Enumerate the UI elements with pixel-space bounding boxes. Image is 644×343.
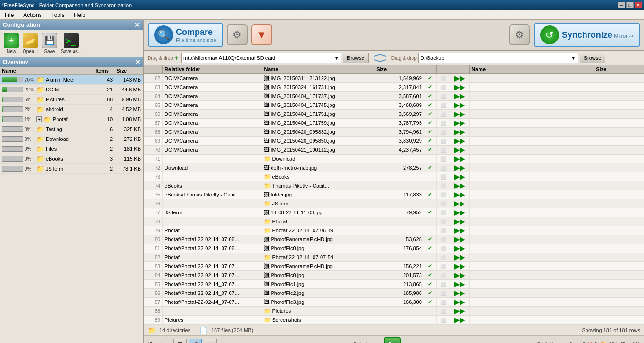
row-checkbox[interactable] — [424, 181, 436, 190]
table-row[interactable]: 64 DCIM\Camera 🖼IMG_20150404_171737.jpg … — [144, 92, 644, 101]
row-checkbox[interactable]: ✔ — [424, 74, 436, 83]
left-path-input[interactable]: mtp:\Micromax A110Q\External SD card ▼ — [181, 53, 341, 63]
table-row[interactable]: 65 DCIM\Camera 🖼IMG_20150404_171745.jpg … — [144, 101, 644, 110]
row-checkbox[interactable]: ✔ — [424, 262, 436, 271]
row-checkbox[interactable]: ✔ — [424, 110, 436, 119]
col-header-size-right[interactable]: Size — [594, 65, 644, 74]
menu-actions[interactable]: Actions — [20, 11, 44, 19]
row-checkbox[interactable] — [424, 226, 436, 235]
table-row[interactable]: 86 Photaf\Photaf-22-02-14_07-07... 🖼Phot… — [144, 289, 644, 298]
row-checkbox[interactable] — [424, 172, 436, 181]
table-row[interactable]: 78 📁Photaf ⬜ ▶▶ — [144, 217, 644, 226]
table-row[interactable]: 88 📁Pictures ⬜ ▶▶ — [144, 307, 644, 316]
overview-col-size[interactable]: Size — [115, 67, 143, 75]
view-grid-button[interactable]: ⊞ — [173, 339, 187, 343]
row-checkbox[interactable]: ✔ — [424, 190, 436, 199]
row-checkbox[interactable] — [424, 253, 436, 262]
table-row[interactable]: 62 DCIM\Camera 🖼IMG_20150311_213122.jpg … — [144, 74, 644, 83]
overview-list-item[interactable]: 0% 📁 Files 2 181 KB — [0, 144, 143, 154]
close-button[interactable]: ✕ — [635, 2, 642, 8]
col-header-size[interactable]: Size — [374, 65, 424, 74]
synchronize-button[interactable]: ↺ Synchronize Mirror -> — [534, 23, 640, 47]
row-checkbox[interactable]: ✔ — [424, 280, 436, 289]
select-view-button[interactable]: ▶ — [384, 337, 401, 343]
menu-help[interactable]: Help — [71, 11, 89, 19]
overview-close-button[interactable]: ✕ — [135, 59, 140, 65]
table-row[interactable]: 79 Photaf 📁Photaf-22-02-14_07-06-19 ⬜ ▶▶ — [144, 226, 644, 235]
table-row[interactable]: 68 DCIM\Camera 🖼IMG_20150420_095832.jpg … — [144, 128, 644, 137]
row-checkbox[interactable]: ✔ — [424, 289, 436, 298]
col-header-name[interactable]: Name — [262, 65, 374, 74]
overview-col-name[interactable]: Name — [0, 67, 93, 75]
overview-list-item[interactable]: 70% 📁 Alumni Meet 43 143 MB — [0, 75, 143, 85]
right-browse-button[interactable]: Browse — [580, 53, 606, 63]
table-row[interactable]: 74 eBooks 📁Thomas Piketty - Capit... ⬜ ▶… — [144, 181, 644, 190]
sync-settings-button[interactable]: ⚙ — [509, 24, 530, 45]
swap-arrows-button[interactable] — [372, 53, 388, 63]
row-checkbox[interactable]: ✔ — [424, 271, 436, 280]
col-header-rel-folder[interactable]: Relative folder — [163, 65, 262, 74]
save-button[interactable]: 💾 Save — [41, 32, 58, 55]
maximize-button[interactable]: □ — [626, 2, 634, 8]
overview-list-item[interactable]: 2% 📁 airdroid 4 4.52 MB — [0, 105, 143, 114]
left-browse-button[interactable]: Browse — [343, 53, 369, 63]
row-checkbox[interactable]: ✔ — [424, 101, 436, 110]
row-checkbox[interactable]: ✔ — [424, 298, 436, 307]
menu-tools[interactable]: Tools — [49, 11, 67, 19]
table-row[interactable]: 75 eBooks\Thomas Piketty - Capit... 🖼fol… — [144, 190, 644, 199]
row-checkbox[interactable] — [424, 307, 436, 316]
row-checkbox[interactable]: ✔ — [424, 244, 436, 253]
row-checkbox[interactable] — [424, 217, 436, 226]
save-as-button[interactable]: >_ Save as... — [60, 32, 83, 55]
table-row[interactable]: 77 JSTerm 🖼14-08-22-11-11-03.jpg 79,952 … — [144, 208, 644, 217]
col-header-num[interactable] — [144, 65, 163, 74]
table-row[interactable]: 85 Photaf\Photaf-22-02-14_07-07... 🖼Phot… — [144, 280, 644, 289]
table-row[interactable]: 87 Photaf\Photaf-22-02-14_07-07... 🖼Phot… — [144, 298, 644, 307]
table-row[interactable]: 72 Download 🖼delhi-metro-map.jpg 278,257… — [144, 163, 644, 172]
row-checkbox[interactable] — [424, 316, 436, 325]
row-checkbox[interactable]: ✔ — [424, 235, 436, 244]
row-checkbox[interactable]: ✔ — [424, 92, 436, 101]
config-close-button[interactable]: ✕ — [134, 21, 140, 29]
view-list-button[interactable]: ↺ — [189, 339, 202, 343]
table-row[interactable]: 82 Photaf 📁Photaf-22-02-14_07-07-54 ⬜ ▶▶ — [144, 253, 644, 262]
overview-list-item[interactable]: 0% 📁 Testing 6 325 KB — [0, 124, 143, 134]
table-row[interactable]: 80 Photaf\Photaf-22-02-14_07-06... 🖼Phot… — [144, 235, 644, 244]
overview-list-item[interactable]: 5% 📁 Pictures 88 9.96 MB — [0, 95, 143, 105]
table-row[interactable]: 84 Photaf\Photaf-22-02-14_07-07... 🖼Phot… — [144, 271, 644, 280]
table-row[interactable]: 83 Photaf\Photaf-22-02-14_07-07... 🖼Phot… — [144, 262, 644, 271]
compare-settings-button[interactable]: ⚙ — [227, 24, 248, 45]
overview-list-item[interactable]: 0% 📁 Download 2 272 KB — [0, 134, 143, 144]
table-row[interactable]: 69 DCIM\Camera 🖼IMG_20150420_095850.jpg … — [144, 137, 644, 146]
table-row[interactable]: 63 DCIM\Camera 🖼IMG_20150324_161731.jpg … — [144, 83, 644, 92]
row-checkbox[interactable]: ✔ — [424, 163, 436, 172]
row-checkbox[interactable]: ✔ — [424, 137, 436, 146]
table-row[interactable]: 66 DCIM\Camera 🖼IMG_20150404_171751.jpg … — [144, 110, 644, 119]
right-dropdown-arrow[interactable]: ▼ — [571, 55, 576, 61]
overview-list-item[interactable]: 0% 📁 eBooks 3 115 KB — [0, 154, 143, 164]
table-row[interactable]: 70 DCIM\Camera 🖼IMG_20150421_100112.jpg … — [144, 146, 644, 155]
table-row[interactable]: 73 📁eBooks ⬜ ▶▶ — [144, 172, 644, 181]
filter-button[interactable]: ▼ — [251, 24, 272, 45]
open-button[interactable]: 📂 Open... — [22, 32, 39, 55]
col-header-name-right[interactable]: Name — [470, 65, 594, 74]
new-button[interactable]: + New — [3, 32, 20, 55]
row-checkbox[interactable]: ✔ — [424, 208, 436, 217]
menu-file[interactable]: File — [2, 11, 17, 19]
row-checkbox[interactable]: ✔ — [424, 83, 436, 92]
row-checkbox[interactable]: ✔ — [424, 128, 436, 137]
minimize-button[interactable]: ─ — [618, 2, 625, 8]
row-checkbox[interactable]: ✔ — [424, 146, 436, 155]
right-path-input[interactable]: D:\Backup ▼ — [418, 53, 578, 63]
row-checkbox[interactable] — [424, 199, 436, 208]
overview-col-items[interactable]: Items — [93, 67, 115, 75]
table-row[interactable]: 76 📁JSTerm ⬜ ▶▶ — [144, 199, 644, 208]
overview-list-item[interactable]: 22% 📁 DCIM 21 44.6 MB — [0, 85, 143, 95]
left-dropdown-arrow[interactable]: ▼ — [334, 55, 339, 61]
row-checkbox[interactable]: ✔ — [424, 119, 436, 128]
overview-list-item[interactable]: 1% + 📁 Photaf 10 1.08 MB — [0, 114, 143, 124]
compare-button[interactable]: 🔍 Compare File time and size — [148, 23, 223, 47]
overview-list-item[interactable]: 0% 📁 JSTerm 2 78.1 KB — [0, 164, 143, 174]
row-checkbox[interactable] — [424, 155, 436, 163]
view-detail-button[interactable]: ▭ — [204, 339, 217, 343]
